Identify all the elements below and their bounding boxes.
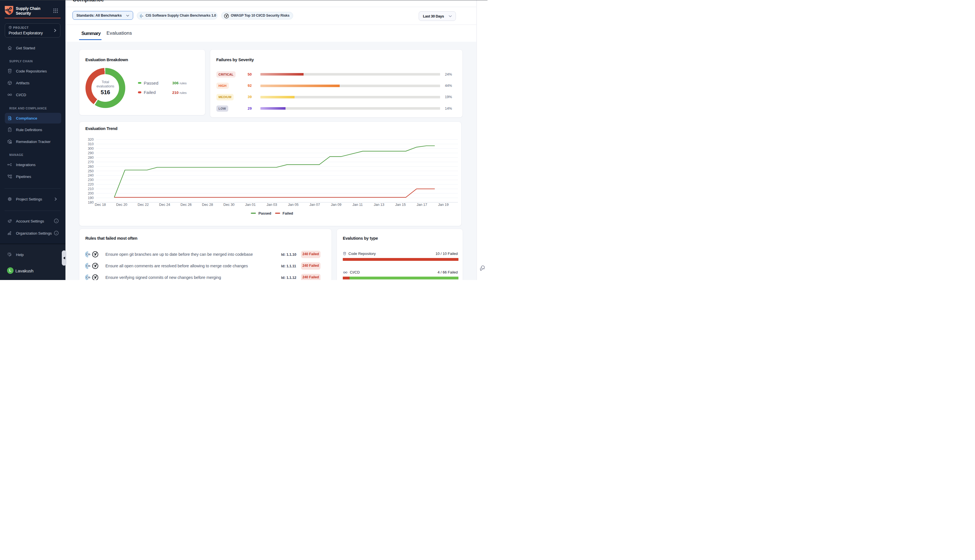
svg-text:290: 290 (88, 151, 93, 155)
svg-text:Passed: Passed (259, 211, 271, 215)
svg-text:240: 240 (88, 173, 93, 177)
svg-text:Dec 24: Dec 24 (159, 202, 170, 207)
svg-text:Dec 22: Dec 22 (138, 202, 149, 207)
svg-text:250: 250 (88, 169, 93, 173)
svg-text:Dec 28: Dec 28 (202, 202, 213, 207)
svg-text:320: 320 (88, 138, 93, 142)
svg-text:190: 190 (88, 196, 93, 200)
svg-text:Jan 15: Jan 15 (395, 202, 406, 207)
svg-text:210: 210 (88, 187, 93, 191)
svg-text:200: 200 (88, 192, 93, 195)
svg-text:230: 230 (88, 178, 93, 182)
svg-text:180: 180 (88, 200, 93, 204)
svg-text:Dec 20: Dec 20 (116, 202, 127, 207)
svg-text:Jan 19: Jan 19 (438, 202, 449, 207)
svg-text:Jan 09: Jan 09 (331, 202, 342, 207)
svg-text:Dec 26: Dec 26 (180, 202, 192, 207)
svg-text:310: 310 (88, 142, 93, 146)
svg-text:Dec 18: Dec 18 (95, 202, 106, 207)
svg-text:Jan 13: Jan 13 (374, 202, 384, 207)
svg-text:Jan 03: Jan 03 (267, 202, 277, 207)
svg-text:260: 260 (88, 164, 93, 168)
svg-text:Jan 01: Jan 01 (245, 202, 256, 207)
svg-text:Jan 05: Jan 05 (288, 202, 299, 207)
svg-text:Jan 07: Jan 07 (309, 202, 320, 207)
svg-text:Failed: Failed (283, 211, 294, 215)
svg-text:220: 220 (88, 182, 93, 187)
svg-text:Dec 30: Dec 30 (224, 202, 235, 207)
svg-text:Jan 17: Jan 17 (417, 202, 427, 207)
svg-text:300: 300 (88, 147, 93, 150)
svg-text:280: 280 (88, 155, 93, 159)
svg-text:Jan 11: Jan 11 (352, 202, 363, 207)
svg-text:270: 270 (88, 160, 93, 164)
